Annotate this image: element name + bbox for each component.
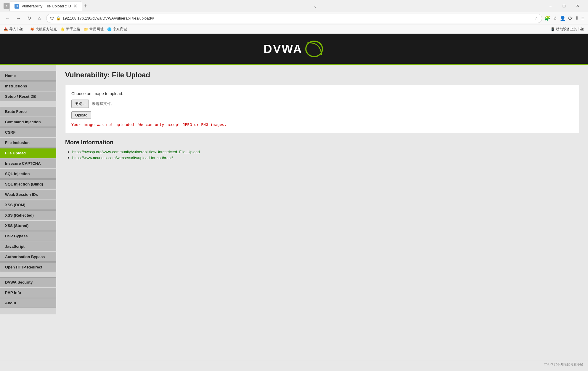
browser-chrome: ≡ D Vulnerability: File Upload :: D ✕ + …	[0, 0, 588, 34]
sidebar-item-about[interactable]: About	[0, 298, 56, 308]
more-info-links: https://owasp.org/www-community/vulnerab…	[65, 149, 579, 160]
bookmark-firefox[interactable]: 🦊 火狐官方站点	[30, 27, 57, 32]
file-placeholder: 未选择文件。	[92, 101, 115, 106]
sidebar-item-instructions[interactable]: Instructions	[0, 81, 56, 91]
sidebar-item-file-upload[interactable]: File Upload	[0, 148, 56, 158]
dvwa-logo-swoosh	[304, 40, 324, 58]
sidebar-item-weak-session-ids[interactable]: Weak Session IDs	[0, 190, 56, 199]
download-icon[interactable]: ⬇	[575, 15, 579, 21]
sites-icon: 📁	[84, 27, 88, 31]
sidebar-item-php-info[interactable]: PHP Info	[0, 288, 56, 298]
sidebar-item-sql-injection[interactable]: SQL Injection	[0, 169, 56, 179]
footer: CSDN @不知名的可爱小猪	[0, 361, 588, 368]
upload-label: Choose an image to upload:	[71, 91, 573, 96]
sidebar-item-insecure-captcha[interactable]: Insecure CAPTCHA	[0, 159, 56, 168]
bookmark-sites-label: 常用网址	[89, 27, 104, 32]
sidebar-item-xss-stored[interactable]: XSS (Stored)	[0, 221, 56, 231]
bookmark-jd-label: 京东商城	[113, 27, 127, 32]
url-text: 192.168.176.130/dvwa/DVWA/vulnerabilitie…	[62, 16, 533, 20]
bookmark-newuser[interactable]: 🌟 新手上路	[60, 27, 80, 32]
bookmark-mobile[interactable]: 📱 移动设备上的书签	[550, 27, 584, 32]
titlebar-right: − □ ✕	[544, 1, 584, 11]
page-title: Vulnerability: File Upload	[65, 71, 579, 79]
page-body: Home Instructions Setup / Reset DB Brute…	[0, 65, 588, 314]
sidebar-item-command-injection[interactable]: Command Injection	[0, 117, 56, 127]
sidebar-item-xss-reflected[interactable]: XSS (Reflected)	[0, 210, 56, 220]
sidebar: Home Instructions Setup / Reset DB Brute…	[0, 65, 56, 314]
security-shield-icon: 🛡	[50, 16, 54, 21]
address-bar[interactable]: 🛡 🔒 192.168.176.130/dvwa/DVWA/vulnerabil…	[46, 14, 542, 23]
page-wrapper: DVWA Home Instructions Setup / Reset DB …	[0, 34, 588, 361]
refresh-btn[interactable]: ↻	[25, 14, 33, 23]
close-btn[interactable]: ✕	[571, 1, 584, 11]
mobile-icon: 📱	[550, 27, 555, 31]
bookmark-import-label: 导入书签...	[9, 27, 26, 32]
bookmark-sites[interactable]: 📁 常用网址	[84, 27, 104, 32]
bookmark-firefox-label: 火狐官方站点	[36, 27, 57, 32]
menu-icon[interactable]: ≡	[581, 15, 584, 21]
back-btn[interactable]: ←	[4, 14, 12, 23]
sidebar-item-home[interactable]: Home	[0, 71, 56, 81]
sidebar-item-xss-dom[interactable]: XSS (DOM)	[0, 200, 56, 210]
sidebar-item-file-inclusion[interactable]: File Inclusion	[0, 138, 56, 148]
sidebar-item-open-http-redirect[interactable]: Open HTTP Redirect	[0, 262, 56, 272]
acunetix-link[interactable]: https://www.acunetix.com/websecurity/upl…	[72, 156, 173, 160]
sidebar-item-setup[interactable]: Setup / Reset DB	[0, 92, 56, 101]
dvwa-header: DVWA	[0, 34, 588, 65]
more-info-title: More Information	[65, 139, 579, 146]
browser-nav-bar: ← → ↻ ⌂ 🛡 🔒 192.168.176.130/dvwa/DVWA/vu…	[0, 12, 588, 25]
home-btn[interactable]: ⌂	[36, 14, 44, 23]
titlebar-left: ≡	[4, 3, 9, 9]
bookmark-import[interactable]: 📥 导入书签...	[4, 27, 26, 32]
sidebar-item-csp-bypass[interactable]: CSP Bypass	[0, 231, 56, 241]
browser-tab[interactable]: D Vulnerability: File Upload :: D ✕	[9, 1, 82, 11]
sidebar-item-brute-force[interactable]: Brute Force	[0, 107, 56, 116]
info-icon: 🔒	[56, 16, 61, 20]
jd-icon: 🌐	[107, 27, 112, 31]
minimize-btn[interactable]: −	[544, 1, 557, 11]
tab-title: Vulnerability: File Upload :: D	[22, 4, 71, 8]
sidebar-item-dvwa-security[interactable]: DVWA Security	[0, 277, 56, 287]
bookmark-star-icon[interactable]: ☆	[535, 16, 538, 20]
bookmark-mobile-label: 移动设备上的书签	[556, 27, 584, 32]
bookmarks-bar: 📥 导入书签... 🦊 火狐官方站点 🌟 新手上路 📁 常用网址 🌐 京东商城 …	[0, 25, 588, 34]
bookmark-newuser-label: 新手上路	[66, 27, 80, 32]
main-content: Vulnerability: File Upload Choose an ima…	[56, 65, 588, 314]
tab-favicon: D	[15, 4, 19, 9]
tab-close-btn[interactable]: ✕	[73, 3, 77, 9]
upload-box: Choose an image to upload: 浏览... 未选择文件。 …	[65, 85, 579, 133]
sync-icon[interactable]: ⟳	[568, 15, 573, 22]
browser-titlebar: ≡ D Vulnerability: File Upload :: D ✕ + …	[0, 0, 588, 12]
link-item-1: https://owasp.org/www-community/vulnerab…	[72, 149, 579, 154]
dvwa-logo-wrap: DVWA	[6, 40, 582, 58]
new-tab-btn[interactable]: +	[83, 3, 87, 9]
footer-credit: CSDN @不知名的可爱小猪	[544, 362, 583, 366]
link-item-2: https://www.acunetix.com/websecurity/upl…	[72, 155, 579, 160]
profile-icon[interactable]: ≡	[4, 3, 9, 9]
dvwa-logo-text: DVWA	[264, 42, 303, 56]
browse-btn[interactable]: 浏览...	[71, 100, 89, 108]
bookmark-jd[interactable]: 🌐 京东商城	[107, 27, 127, 32]
nav-right-icons: 🧩 ☆ 👤 ⟳ ⬇ ≡	[544, 15, 584, 22]
upload-btn[interactable]: Upload	[71, 111, 91, 119]
sidebar-item-sql-injection-blind[interactable]: SQL Injection (Blind)	[0, 179, 56, 189]
maximize-btn[interactable]: □	[557, 1, 571, 11]
file-upload-row: 浏览... 未选择文件。	[71, 100, 573, 108]
sidebar-item-javascript[interactable]: JavaScript	[0, 242, 56, 251]
sidebar-item-csrf[interactable]: CSRF	[0, 127, 56, 137]
firefox-icon: 🦊	[30, 27, 34, 31]
sidebar-item-authorisation-bypass[interactable]: Authorisation Bypass	[0, 252, 56, 262]
forward-btn[interactable]: →	[14, 14, 23, 23]
tab-overflow-btn[interactable]: ⌄	[313, 3, 317, 9]
error-message: Your image was not uploaded. We can only…	[71, 122, 573, 127]
bookmark-import-icon: 📥	[4, 27, 8, 31]
bookmark-icon[interactable]: ☆	[553, 15, 558, 22]
owasp-link[interactable]: https://owasp.org/www-community/vulnerab…	[72, 150, 200, 154]
newuser-icon: 🌟	[60, 27, 65, 31]
extensions-icon[interactable]: 🧩	[544, 15, 550, 21]
profile-icon[interactable]: 👤	[560, 15, 566, 21]
